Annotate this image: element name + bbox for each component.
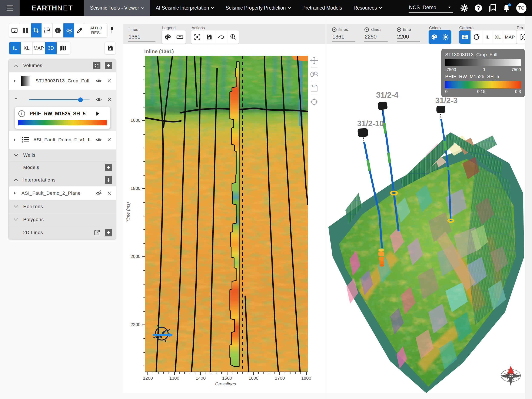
pan-tool-button[interactable] — [309, 56, 319, 65]
volume-item-st13003d13[interactable]: ST13003D13_Crop_Full — [9, 72, 116, 90]
view-3d-button[interactable]: 3D — [45, 42, 57, 54]
section-polygons[interactable]: Polygons — [9, 213, 116, 226]
xlines3d-field-value[interactable]: 2250 — [365, 34, 377, 40]
ilines-field-value[interactable]: 1361 — [128, 34, 140, 40]
remove-layer-button[interactable] — [106, 97, 112, 102]
camera-il-button[interactable]: IL — [482, 31, 493, 44]
pin-panel-button[interactable] — [108, 26, 116, 34]
volume-calculator-button[interactable] — [93, 62, 101, 69]
camera-perspective-button[interactable] — [459, 31, 471, 44]
view-xl-button[interactable]: XL — [21, 42, 32, 54]
nav-item-property-prediction[interactable]: Seismic Property Prediction — [220, 0, 297, 16]
settings-button[interactable] — [460, 4, 469, 12]
split-view-button[interactable] — [20, 23, 31, 38]
section-2d-lines[interactable]: 2D Lines — [9, 226, 116, 239]
opacity-slider-knob[interactable] — [78, 97, 83, 102]
crosshair-tool-button[interactable] — [309, 97, 319, 107]
nav-item-pretrained-models[interactable]: Pretrained Models — [297, 0, 348, 16]
remove-layer-button[interactable] — [106, 137, 112, 143]
basemap-button[interactable] — [57, 42, 70, 54]
info-circle-icon[interactable] — [18, 110, 25, 117]
list-icon — [21, 136, 29, 143]
add-interpretation-button[interactable] — [105, 176, 112, 184]
save-image-button[interactable] — [203, 31, 215, 44]
rainbow-colormap-bar[interactable] — [18, 120, 107, 125]
expand-play-icon[interactable] — [96, 111, 100, 116]
dots-density-button[interactable] — [63, 23, 74, 38]
add-model-button[interactable] — [105, 164, 112, 171]
camera-map-button[interactable]: MAP — [503, 31, 516, 44]
chevron-right-icon — [13, 138, 16, 142]
section-models[interactable]: Models — [9, 161, 116, 174]
section-interpretations[interactable]: Interpretations — [9, 174, 116, 186]
bookmarks-button[interactable] — [488, 4, 497, 12]
save-section-button[interactable] — [309, 83, 319, 93]
ilines3d-field-value[interactable]: 1361 — [332, 34, 344, 40]
fit-screen-button[interactable] — [9, 23, 20, 38]
hamburger-menu-button[interactable] — [0, 0, 19, 16]
visibility-toggle[interactable] — [95, 96, 102, 103]
remove-layer-button[interactable] — [106, 78, 112, 84]
grid-tool-button[interactable] — [42, 23, 53, 38]
right-scroll-gutter[interactable] — [525, 16, 532, 399]
user-avatar[interactable]: TC — [516, 3, 526, 13]
x-tick: 1300 — [165, 376, 184, 381]
interpretation-item-plane[interactable]: ASI_Fault_Demo_2_Plane — [9, 186, 116, 200]
section-wells[interactable]: Wells — [9, 149, 116, 161]
rainbow-legend-bar — [445, 81, 521, 88]
compass-3d-icon[interactable] — [500, 366, 521, 386]
center-focus-button[interactable] — [191, 31, 203, 44]
help-icon: ? — [474, 4, 482, 12]
ruler-legend-button[interactable] — [174, 31, 186, 44]
x-tick: 1600 — [244, 376, 263, 381]
add-volume-button[interactable] — [105, 62, 112, 69]
seismic-section-view[interactable]: N — [145, 56, 308, 372]
eyedropper-button[interactable] — [74, 23, 85, 38]
nav-item-ai-interpretation[interactable]: AI Seismic Interpretation — [150, 0, 220, 16]
save-icon — [107, 45, 113, 51]
time3d-field-value[interactable]: 2200 — [397, 34, 409, 40]
crop-tool-button[interactable] — [31, 23, 42, 38]
visibility-dot-icon[interactable] — [364, 27, 369, 32]
camera-rotate-button[interactable] — [471, 31, 482, 44]
chevron-up-icon — [13, 178, 19, 182]
info-tool-button[interactable] — [53, 23, 63, 38]
save-outline-icon — [310, 84, 318, 92]
open-2d-lines-button[interactable] — [94, 229, 101, 236]
save-view-button[interactable] — [105, 42, 115, 54]
nav-item-seismic-tools[interactable]: Seismic Tools - Viewer — [84, 0, 150, 16]
workspace-select[interactable]: NCS_Demo — [409, 4, 453, 13]
x-tick: 1200 — [138, 376, 158, 381]
x-axis-spine — [145, 372, 308, 372]
visibility-toggle[interactable] — [95, 137, 102, 143]
visibility-toggle[interactable] — [95, 78, 102, 84]
legend-group-label: Legend — [162, 25, 176, 30]
section-horizons[interactable]: Horizons — [9, 200, 116, 213]
reset-rotation-button[interactable] — [215, 31, 227, 44]
zoom-reset-button[interactable] — [227, 31, 239, 44]
open-in-new-icon — [94, 229, 101, 236]
add-2d-line-button[interactable] — [105, 229, 112, 236]
section-volumes[interactable]: Volumes — [9, 59, 116, 72]
visibility-off-toggle[interactable] — [95, 190, 102, 196]
view-il-button[interactable]: IL — [9, 42, 21, 54]
pin-icon — [108, 26, 115, 34]
nav-item-resources[interactable]: Resources — [348, 0, 388, 16]
x-tick: 1500 — [217, 376, 237, 381]
colormap-legend-button[interactable] — [162, 31, 174, 44]
help-button[interactable]: ? — [474, 4, 483, 12]
brightness-button[interactable] — [440, 31, 451, 44]
visibility-dot-icon[interactable] — [332, 27, 337, 32]
colors-palette-button[interactable] — [429, 31, 440, 44]
auto-res-button[interactable]: AUTO RES. — [85, 23, 107, 38]
notifications-button[interactable] — [502, 4, 511, 12]
visibility-dot-icon[interactable] — [397, 27, 401, 32]
volume-item-asi-fault[interactable]: ASI_Fault_Demo_2_v1_IL — [9, 131, 116, 149]
field-underline — [364, 41, 388, 42]
camera-xl-button[interactable]: XL — [493, 31, 503, 44]
y-axis-label: Time (ms) — [126, 199, 131, 225]
view-map-button[interactable]: MAP — [32, 42, 45, 54]
remove-layer-button[interactable] — [106, 190, 112, 196]
probe-compare-button[interactable] — [309, 70, 319, 79]
palette-icon — [165, 34, 171, 40]
